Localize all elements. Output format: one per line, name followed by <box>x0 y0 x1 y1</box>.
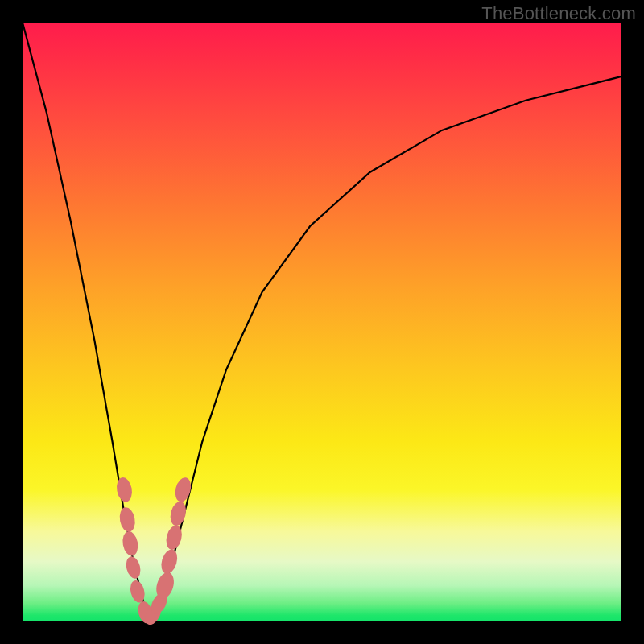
bottleneck-curve <box>23 23 621 621</box>
curve-marker <box>173 476 193 503</box>
curve-marker <box>118 506 137 534</box>
curve-marker <box>159 547 180 576</box>
curve-marker <box>115 476 134 503</box>
curve-svg <box>23 23 621 621</box>
watermark-text: TheBottleneck.com <box>481 3 636 24</box>
curve-marker <box>121 530 140 557</box>
curve-marker <box>124 555 142 580</box>
plot-area <box>23 23 621 621</box>
marker-group <box>115 476 193 627</box>
curve-marker <box>128 579 147 604</box>
chart-frame: TheBottleneck.com <box>0 0 644 644</box>
curve-marker <box>168 500 188 527</box>
